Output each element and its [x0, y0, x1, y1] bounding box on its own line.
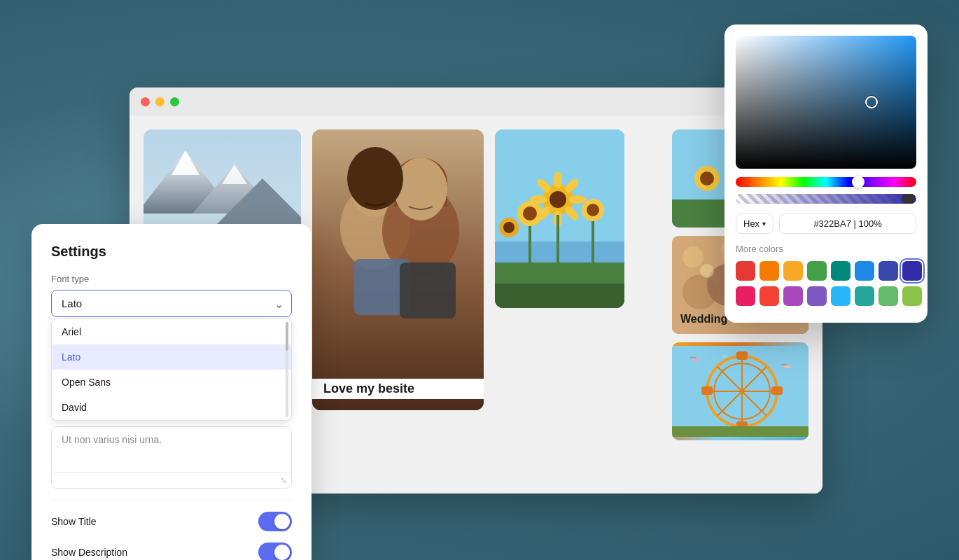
resize-icon: ⤡	[280, 475, 287, 485]
swatch-orange[interactable]	[760, 261, 779, 281]
svg-point-70	[700, 172, 714, 186]
color-picker-panel: Hex ▾ More colors	[724, 24, 927, 323]
svg-point-84	[700, 264, 714, 278]
swatch-indigo[interactable]	[878, 261, 898, 281]
swatch-deep-purple[interactable]	[807, 286, 827, 306]
opacity-slider-wrapper	[736, 194, 916, 204]
svg-point-81	[682, 246, 704, 267]
hex-format-label: Hex	[743, 218, 760, 229]
svg-rect-96	[672, 426, 808, 437]
font-dropdown-list: Ariel Lato Open Sans David	[51, 318, 292, 421]
swatch-yellow[interactable]	[783, 261, 803, 281]
svg-rect-28	[400, 262, 456, 318]
svg-point-26	[347, 147, 403, 210]
swatch-blue[interactable]	[855, 261, 874, 281]
svg-point-32	[523, 206, 537, 220]
font-type-label: Font type	[51, 274, 292, 284]
hex-chevron-icon: ▾	[762, 220, 766, 227]
traffic-light-yellow[interactable]	[155, 97, 164, 106]
svg-rect-92	[736, 351, 748, 360]
opacity-slider[interactable]	[736, 194, 916, 204]
opacity-slider-thumb	[902, 194, 915, 204]
text-area-wrapper: Ut non varius nisi urna. ⤡	[51, 426, 292, 489]
hue-slider-thumb	[852, 176, 864, 188]
settings-title: Settings	[51, 244, 292, 260]
svg-rect-51	[495, 284, 624, 308]
swatch-lime[interactable]	[902, 286, 922, 306]
svg-point-41	[569, 195, 586, 204]
font-option-david[interactable]: David	[52, 395, 291, 420]
svg-rect-94	[701, 386, 713, 395]
svg-rect-95	[771, 386, 783, 395]
dropdown-scrollbar[interactable]	[286, 322, 288, 417]
browser-titlebar	[130, 88, 822, 115]
swatch-cyan[interactable]	[855, 286, 874, 306]
couple-caption: Love my besite	[312, 379, 484, 399]
couple-photo: Love my besite	[312, 130, 484, 410]
flowers-photo	[495, 130, 624, 308]
svg-point-45	[530, 195, 547, 204]
hex-format-dropdown[interactable]: Hex ▾	[736, 214, 774, 234]
textarea-resize-handle: ⤡	[52, 472, 291, 488]
more-colors-label: More colors	[736, 244, 916, 254]
svg-point-25	[394, 158, 447, 220]
svg-point-38	[503, 222, 514, 233]
font-option-opensans[interactable]: Open Sans	[52, 370, 291, 395]
swatch-pink[interactable]	[736, 286, 755, 306]
swatch-red[interactable]	[736, 261, 755, 281]
hue-slider[interactable]	[736, 177, 916, 187]
settings-panel: Settings Font type Lato Ariel Open Sans …	[31, 224, 312, 560]
svg-point-36	[587, 204, 599, 216]
opacity-slider-fill	[736, 194, 916, 204]
font-option-ariel[interactable]: Ariel	[52, 319, 291, 344]
show-description-label: Show Description	[51, 547, 127, 558]
font-preview-textarea[interactable]: Ut non varius nisi urna.	[52, 427, 291, 469]
swatch-teal[interactable]	[831, 261, 850, 281]
color-swatches-row1	[736, 261, 916, 281]
color-gradient-picker[interactable]	[736, 36, 916, 169]
swatch-purple[interactable]	[783, 286, 803, 306]
wedding-label: Wedding	[680, 313, 727, 326]
font-option-lato[interactable]: Lato	[52, 344, 291, 370]
show-title-row: Show Title	[51, 512, 292, 531]
svg-point-39	[554, 172, 562, 188]
hex-value-input[interactable]	[779, 214, 916, 234]
traffic-light-green[interactable]	[170, 97, 179, 106]
swatch-light-green[interactable]	[878, 286, 898, 306]
swatch-deep-red[interactable]	[760, 286, 779, 306]
color-swatches-row2	[736, 286, 916, 306]
swatch-green[interactable]	[807, 261, 827, 281]
swatch-dark-blue[interactable]	[902, 261, 922, 281]
show-title-label: Show Title	[51, 516, 97, 527]
right-carnival-photo	[672, 342, 808, 440]
hue-slider-wrapper	[736, 177, 916, 187]
color-cursor	[865, 96, 878, 108]
font-select-wrapper: Lato Ariel Open Sans David ⌄	[51, 290, 292, 317]
svg-point-34	[550, 191, 566, 208]
show-description-toggle[interactable]	[258, 542, 292, 560]
swatch-light-blue[interactable]	[831, 286, 850, 306]
color-inputs-row: Hex ▾	[736, 214, 916, 234]
show-description-row: Show Description	[51, 542, 292, 560]
traffic-light-red[interactable]	[141, 97, 150, 106]
font-type-select[interactable]: Lato Ariel Open Sans David	[51, 290, 292, 317]
settings-divider	[51, 500, 292, 500]
show-title-toggle[interactable]	[258, 512, 292, 531]
